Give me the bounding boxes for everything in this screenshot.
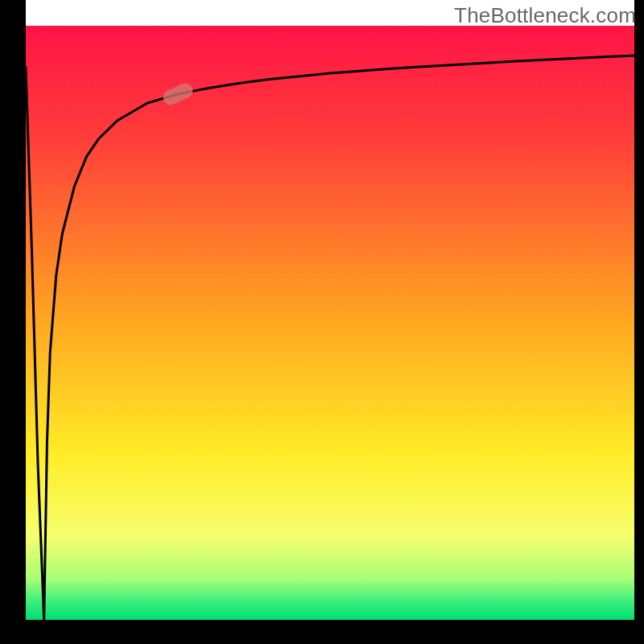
axis-bottom — [0, 620, 644, 644]
axis-left — [0, 0, 26, 644]
gradient-background — [26, 26, 634, 620]
axis-right — [634, 0, 644, 644]
bottleneck-chart — [0, 0, 644, 644]
chart-container: TheBottleneck.com — [0, 0, 644, 644]
watermark-text: TheBottleneck.com — [454, 3, 636, 28]
